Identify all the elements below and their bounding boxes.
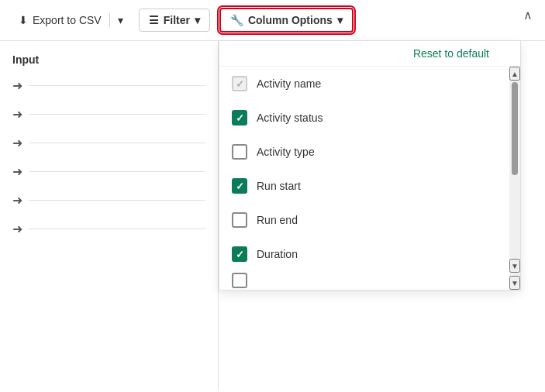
- filter-icon: ☰: [149, 14, 159, 26]
- checkbox-partial[interactable]: [232, 273, 247, 288]
- column-options-chevron-icon: ▾: [337, 14, 343, 26]
- column-options-dropdown: Reset to default ✓ Activity name ✓ Activ…: [219, 41, 521, 291]
- arrow-right-icon: ➜: [12, 193, 22, 208]
- arrow-right-icon: ➜: [12, 78, 22, 93]
- wrench-icon: 🔧: [230, 14, 243, 26]
- option-label-activity-name: Activity name: [257, 77, 321, 90]
- option-activity-name[interactable]: ✓ Activity name: [219, 67, 520, 101]
- download-icon: ⬇: [19, 14, 28, 26]
- list-items: ➜ ➜ ➜ ➜ ➜ ➜: [12, 78, 205, 236]
- option-run-start[interactable]: ✓ Run start: [219, 169, 520, 203]
- checkbox-activity-status[interactable]: ✓: [232, 110, 247, 126]
- scrollbar-thumb[interactable]: [512, 82, 518, 175]
- list-item: ➜: [12, 136, 205, 150]
- arrow-right-icon: ➜: [12, 222, 22, 236]
- option-partial: [219, 271, 520, 290]
- option-run-end[interactable]: Run end: [219, 203, 520, 237]
- arrow-right-icon: ➜: [12, 164, 22, 179]
- column-options-button[interactable]: 🔧 Column Options ▾: [219, 8, 354, 33]
- export-to-csv-button[interactable]: ⬇ Export to CSV ▾: [12, 9, 129, 32]
- item-line: [29, 171, 205, 172]
- filter-label: Filter: [164, 14, 190, 26]
- toolbar: ⬇ Export to CSV ▾ ☰ Filter ▾ 🔧 Column Op…: [0, 0, 545, 41]
- collapse-button[interactable]: ∧: [523, 8, 533, 22]
- option-activity-type[interactable]: Activity type: [219, 135, 520, 169]
- check-icon: ✓: [236, 78, 244, 90]
- checkbox-activity-name[interactable]: ✓: [232, 76, 247, 91]
- list-item: ➜: [12, 222, 205, 236]
- left-panel: Input ➜ ➜ ➜ ➜ ➜ ➜: [0, 41, 219, 390]
- option-label-run-end: Run end: [257, 214, 298, 226]
- item-line: [29, 85, 205, 86]
- option-activity-status[interactable]: ✓ Activity status: [219, 101, 520, 135]
- export-label: Export to CSV: [33, 14, 102, 26]
- list-item: ➜: [12, 193, 205, 208]
- scrollbar-track: ▲ ▼ ▼: [509, 67, 520, 290]
- option-label-activity-status: Activity status: [257, 112, 323, 124]
- option-label-activity-type: Activity type: [257, 146, 315, 158]
- checkbox-duration[interactable]: ✓: [232, 246, 247, 262]
- option-duration[interactable]: ✓ Duration: [219, 237, 520, 271]
- list-item: ➜: [12, 164, 205, 179]
- item-line: [29, 200, 205, 201]
- export-chevron-icon: ▾: [118, 14, 123, 26]
- scroll-down-button-2[interactable]: ▼: [509, 276, 520, 290]
- list-item: ➜: [12, 78, 205, 93]
- check-icon: ✓: [236, 249, 244, 260]
- chevron-up-icon: ∧: [523, 9, 533, 22]
- scroll-down-button-1[interactable]: ▼: [509, 259, 520, 273]
- option-label-duration: Duration: [257, 248, 298, 260]
- check-icon: ✓: [236, 181, 244, 192]
- filter-chevron-icon: ▾: [195, 14, 200, 26]
- checkbox-run-end[interactable]: [232, 212, 247, 228]
- main-content: Input ➜ ➜ ➜ ➜ ➜ ➜: [0, 41, 545, 390]
- item-line: [29, 229, 205, 229]
- arrow-right-icon: ➜: [12, 136, 22, 150]
- check-icon: ✓: [236, 112, 244, 124]
- filter-button[interactable]: ☰ Filter ▾: [139, 9, 210, 32]
- scroll-up-button[interactable]: ▲: [509, 67, 520, 81]
- checkbox-run-start[interactable]: ✓: [232, 178, 247, 194]
- item-line: [29, 114, 205, 115]
- checkbox-activity-type[interactable]: [232, 144, 247, 160]
- reset-to-default-link[interactable]: Reset to default: [219, 41, 520, 67]
- column-options-label: Column Options: [248, 14, 333, 26]
- options-list: ✓ Activity name ✓ Activity status Activi…: [219, 67, 520, 290]
- arrow-right-icon: ➜: [12, 107, 22, 122]
- divider: [109, 13, 110, 27]
- item-line: [29, 143, 205, 143]
- list-item: ➜: [12, 107, 205, 122]
- section-title: Input: [12, 53, 205, 66]
- option-label-run-start: Run start: [257, 180, 301, 192]
